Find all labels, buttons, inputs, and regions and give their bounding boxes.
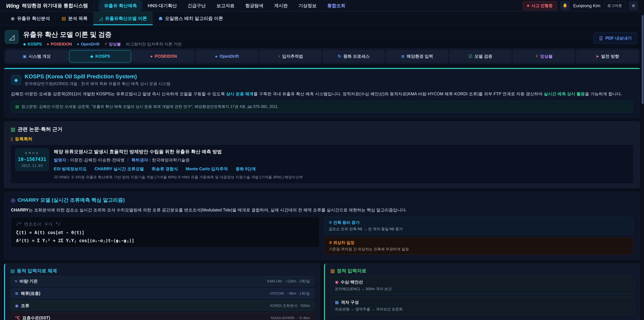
pin-icon: ◉: [335, 279, 338, 284]
tab-model-theory[interactable]: ◿ 유출유확산모델 이론: [94, 12, 153, 25]
row-desc: 좌표변환 → 영역추출 → 격자보간 표준화: [335, 307, 630, 312]
tag-charry-model[interactable]: CHARRY 실시간 조류모델: [94, 166, 144, 172]
chip-particle-tracking[interactable]: ◔ 입자추적법: [260, 50, 321, 62]
sub-tab-bar: ◉ 유출유 확산분석 ▤ 분석 목록 ◿ 유출유확산모델 이론 ☗ 오일펜스 배…: [0, 12, 644, 26]
page: { "colors": { "accent_cyan": "#22d3ee", …: [0, 0, 644, 320]
inventors-label: 발명자 :: [54, 158, 69, 162]
row-wind-temp: ≈바람·기온 KMA UM · ~12km · 2회/일: [10, 276, 314, 286]
chip-poseidon[interactable]: ● POSEIDON: [133, 50, 194, 62]
patent-title: 해양 유류오염사고 발생시 효율적인 방제방안 수립을 위한 유출유 확산 예측…: [54, 149, 303, 155]
books-icon: ▥: [10, 126, 15, 132]
kosps-description: 김혜진·이문진·오세웅·강준묵(2011)이 개발한 KOSPS는 유류오염사고…: [11, 91, 633, 97]
kosps-header: ◆ KOSPS (Korea Oil Spill Prediction Syst…: [11, 73, 633, 86]
tag-weathering-5[interactable]: 풍화 5단계: [236, 166, 256, 172]
tag-monte-carlo[interactable]: Monte Carlo 입자추적: [186, 166, 228, 172]
chip-future-direction[interactable]: ➤ 발전 방향: [576, 50, 638, 62]
grid-map-icon: ▦: [335, 300, 339, 305]
tab-label: 유출유 확산분석: [17, 16, 50, 22]
tag-esi-map[interactable]: ESI 방제정보지도: [54, 166, 87, 172]
nav-item-oil-spill-prediction[interactable]: 유출유 확산예측: [100, 1, 142, 11]
patent-card: 등록번호 10-1567431 2015.11.03 해양 유류오염사고 발생시…: [10, 145, 634, 184]
scrollbar-thumb[interactable]: [642, 15, 644, 104]
tab-label: 오일펜스 배치 알고리즘 이론: [165, 16, 223, 22]
row-tidal-current: ◉조류 KORDI 조화분석 · 500m: [10, 300, 314, 311]
chip-system-overview[interactable]: ▣ 시스템 개요: [6, 50, 68, 62]
chip-label: OpenDrift: [220, 54, 239, 59]
circle-blue-icon: ●: [77, 42, 79, 46]
shield-icon: ☗: [158, 16, 162, 21]
chip-label: 입자추적법: [282, 54, 303, 59]
callout-body: 기준점-격자점 간 위상차는 진폭에 무관하게 일정: [329, 247, 629, 252]
formula-zeta: ζ(t) = A(t) cos[σt - θ(t)]: [16, 230, 314, 235]
row-label: 격자 구성: [341, 299, 359, 305]
text-run: 를 구축한 국내 유출유 확산 예측 시스템입니다. 정적자료(수심·해안선)와…: [254, 92, 544, 96]
hamburger-icon: ≡: [632, 3, 635, 9]
triangle-ruler-icon: ◿: [99, 16, 103, 21]
swirl-icon: ◎: [11, 197, 15, 203]
row-label: 표층수온(SST): [22, 315, 50, 320]
folder-icon: ▥: [330, 268, 335, 274]
nav-item-aerial-search[interactable]: 항공탐색: [241, 1, 268, 11]
tab-analysis-list[interactable]: ▤ 분석 목록: [56, 12, 94, 25]
row-meta: KORDI 조화분석 · 500m: [270, 303, 310, 308]
callout-phase-constant: ② 위상차 일정 기준점-격자점 간 위상차는 진폭에 무관하게 일정: [324, 237, 633, 254]
alert-dot-icon: [527, 5, 529, 7]
row-label: 해류(표층): [21, 291, 40, 296]
nav-item-hns-atmosphere[interactable]: HNS·대기확산: [143, 1, 181, 11]
nav-divider: [94, 3, 94, 9]
app-logo[interactable]: Wing 해양환경 위기대응 통합시스템: [6, 2, 88, 9]
highlight-cyan: 상시 운용 체계: [226, 92, 254, 96]
incident-status-badge[interactable]: 사고 진행중: [523, 1, 557, 10]
section-chip-bar: ▣ 시스템 개요 ◆ KOSPS ● POSEIDON ● OpenDrift …: [4, 49, 640, 64]
reference-box: ▤ 참고문헌: 김혜진·이문진·오세웅·강준묵, "유출유 확산 예측 모델의 …: [11, 101, 633, 112]
pdf-export-label: PDF 내보내기: [606, 36, 632, 41]
header-note: 라그랑지안 입자추적 이론 기반: [126, 42, 182, 47]
tag-wdc-formula[interactable]: 취송류 경험식: [152, 166, 178, 172]
chip-label: KOSPS: [96, 54, 110, 59]
rocket-icon: ➤: [596, 54, 599, 59]
badge-label: POSEIDON: [51, 42, 72, 47]
nav-item-integrated-search[interactable]: 통합조회: [323, 1, 350, 11]
chip-model-validation[interactable]: ☑ 모델 검증: [450, 50, 511, 62]
tab-spill-analysis[interactable]: ◉ 유출유 확산분석: [5, 12, 56, 25]
wind-icon: ≈: [15, 279, 17, 283]
pdf-export-button[interactable]: PDF 내보내기: [594, 33, 637, 44]
text-run: 는 조화분석에 의한 검조소 실시간 조위와 조석 수치모델링에 의한 조류 공…: [29, 208, 407, 212]
row-meta: KMA UM · ~12km · 2회/일: [267, 279, 310, 284]
thermometer-icon: ℃: [15, 315, 20, 320]
page-title: 유출유 확산 모델 이론 및 검증: [23, 30, 182, 39]
row-surface-current: ≋해류(표층) HYCOM · ~9km · 1회/일: [10, 288, 314, 298]
nav-item-weather[interactable]: 기상정보: [294, 1, 321, 11]
charry-header: ◎ CHARRY 모델 (실시간 조류예측 핵심 알고리즘): [11, 197, 633, 204]
incident-status-label: 사고 진행중: [531, 3, 552, 9]
tab-oil-fence-theory[interactable]: ☗ 오일펜스 배치 알고리즘 이론: [153, 12, 229, 25]
badge-label: KOSPS: [28, 42, 42, 47]
nav-item-reports[interactable]: 보고자료: [212, 1, 239, 11]
row-bathymetry-coastline: ◉수심·해안선 전자해도(ENC) → 500m 격자 보간: [330, 276, 634, 294]
kosps-subtitle: 한국해양연구원(KORDI) 개발 · 한국 해역 특화 유출유 확산 예측 상…: [25, 81, 170, 86]
nav-item-board[interactable]: 게시판: [270, 1, 292, 11]
charry-callouts: ① 진폭 등비 증가 검조소 조위 진폭 f배 → 전 격자 동일 f배 증가 …: [324, 217, 633, 254]
top-nav: Wing 해양환경 위기대응 통합시스템 유출유 확산예측 HNS·대기확산 긴…: [0, 0, 644, 12]
chip-weathering-process[interactable]: ↻ 풍화 프로세스: [323, 50, 384, 62]
chip-kosps[interactable]: ◆ KOSPS: [69, 50, 131, 62]
chip-ensemble[interactable]: ⚡ 앙상블: [513, 50, 575, 62]
notifications-button[interactable]: [560, 1, 570, 10]
circle-red-icon: ●: [150, 54, 152, 59]
row-label: 수심·해안선: [340, 279, 363, 285]
static-input-header: ▥ 정적 입력자료: [330, 268, 634, 274]
check-icon: ☑: [468, 54, 472, 59]
chip-opendrift[interactable]: ● OpenDrift: [196, 50, 258, 62]
chip-label: 모델 검증: [474, 54, 492, 59]
charry-section: ◎ CHARRY 모델 (실시간 조류예측 핵심 알고리즘) CHARRY는 조…: [4, 192, 640, 260]
sub-label: 등록특허: [15, 136, 32, 142]
diamond-icon: ◆: [23, 42, 26, 46]
hamburger-menu-button[interactable]: ≡: [629, 1, 638, 10]
lightning-icon: ⚡: [535, 54, 538, 59]
logout-button[interactable]: 로그아웃: [604, 2, 625, 10]
nav-item-emergency-rescue[interactable]: 긴급구난: [183, 1, 210, 11]
charry-bold: CHARRY: [11, 208, 29, 212]
text-run: 김혜진·이문진·오세웅·강준묵(2011)이 개발한 KOSPS는 유류오염사고…: [11, 92, 226, 96]
scroll-icon: ▯: [10, 136, 13, 142]
chip-marine-env-input[interactable]: ≋ 해양환경 입력: [386, 50, 448, 62]
